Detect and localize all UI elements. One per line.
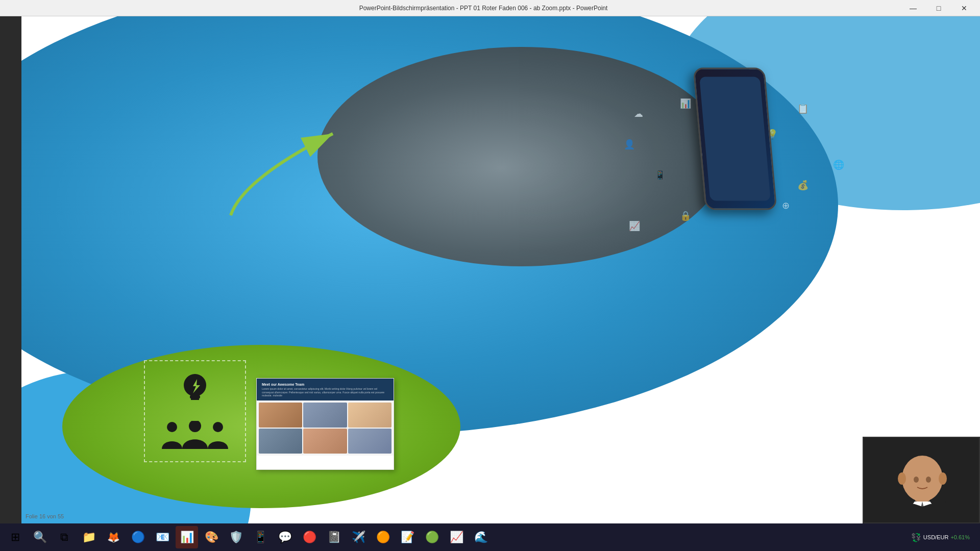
- system-tray: 💱 USD/EUR +0.61%: [905, 523, 976, 551]
- svg-point-6: [213, 422, 223, 432]
- smartphone-screen: [699, 77, 771, 201]
- tech-icon-1: ☁: [634, 108, 643, 119]
- tech-icon-13: 📋: [797, 103, 808, 114]
- tech-icon-4: 👤: [624, 139, 635, 150]
- currency-text: USD/EUR: [923, 534, 949, 540]
- app1-button[interactable]: 🎨: [200, 526, 223, 548]
- start-button[interactable]: ⊞: [4, 526, 27, 548]
- excel-button[interactable]: 📈: [445, 526, 468, 548]
- svg-point-10: [902, 456, 943, 502]
- maximize-button[interactable]: □: [927, 0, 950, 16]
- minimize-button[interactable]: —: [901, 0, 925, 16]
- preview-photo-1: [259, 403, 302, 428]
- plane-button[interactable]: ✈️: [347, 526, 370, 548]
- titlebar-controls[interactable]: — □ ✕: [901, 0, 976, 16]
- slide-canvas: ☁ 📊 🖥 👤 ⚙ 💡 📱 🎯 💰 🔒 📈 🌐 📋 ⊕: [21, 16, 980, 523]
- word-button[interactable]: 📝: [396, 526, 419, 548]
- green-ellipse: Meet our Awesome Team Lorem ipsum dolor …: [62, 345, 460, 508]
- preview-photos-grid: [257, 400, 394, 456]
- close-button[interactable]: ✕: [952, 0, 976, 16]
- tech-icon-12: 🌐: [833, 159, 844, 170]
- outlook-button[interactable]: 📧: [151, 526, 174, 548]
- app3-button[interactable]: 📱: [249, 526, 272, 548]
- preview-card-title: Meet our Awesome Team: [262, 383, 388, 386]
- currency-indicator: 💱 USD/EUR +0.61%: [911, 533, 970, 542]
- slide-preview-card[interactable]: Meet our Awesome Team Lorem ipsum dolor …: [256, 378, 394, 470]
- svg-rect-3: [191, 398, 199, 400]
- svg-point-5: [189, 421, 201, 432]
- svg-point-11: [914, 477, 919, 483]
- left-panel: [0, 0, 21, 551]
- preview-photo-6: [348, 429, 391, 454]
- tech-icon-9: 💰: [797, 180, 808, 191]
- webcam-person: [864, 438, 979, 522]
- currency-change: +0.61%: [950, 534, 970, 540]
- smartphone: [699, 67, 791, 231]
- team-icon-box: [144, 360, 246, 462]
- preview-photo-5: [303, 429, 347, 454]
- chrome-button[interactable]: 🔵: [127, 526, 149, 548]
- slide-number: Folie 16 von 55: [26, 513, 64, 519]
- svg-point-13: [898, 472, 906, 485]
- taskview-button[interactable]: ⧉: [53, 526, 76, 548]
- browser2-button[interactable]: 🌊: [470, 526, 492, 548]
- gray-ellipse-tech: ☁ 📊 🖥 👤 ⚙ 💡 📱 🎯 💰 🔒 📈 🌐 📋 ⊕: [317, 47, 726, 266]
- taskbar: ⊞ 🔍 ⧉ 📁 🦊 🔵 📧 📊 🎨 🛡️ 📱 💬 🔴 📓 ✈️ 🟠 📝 🟢 📈 …: [0, 523, 980, 551]
- svg-point-12: [926, 477, 931, 483]
- preview-photo-2: [303, 403, 347, 428]
- explorer-button[interactable]: 📁: [78, 526, 100, 548]
- green-arrow: [190, 93, 369, 246]
- powerpoint-taskbar-button[interactable]: 📊: [176, 526, 198, 548]
- currency-icon: 💱: [911, 533, 921, 542]
- tech-icon-2: 📊: [680, 98, 691, 109]
- webcam-overlay: [863, 437, 980, 523]
- slide-area: ☁ 📊 🖥 👤 ⚙ 💡 📱 🎯 💰 🔒 📈 🌐 📋 ⊕: [21, 16, 980, 523]
- preview-header: Meet our Awesome Team Lorem ipsum dolor …: [257, 379, 394, 400]
- smartphone-body: [693, 68, 777, 210]
- orange-app-button[interactable]: 🟠: [372, 526, 394, 548]
- titlebar-title: PowerPoint-Bildschirmpräsentation - PPT …: [65, 5, 901, 12]
- preview-photo-4: [259, 429, 302, 454]
- preview-photo-3: [348, 403, 391, 428]
- team-lightbulb-icon: [175, 371, 215, 418]
- red-app-button[interactable]: 🔴: [298, 526, 321, 548]
- tech-icon-7: 📱: [654, 169, 666, 181]
- green-app-button[interactable]: 🟢: [421, 526, 443, 548]
- preview-card-text: Lorem ipsum dolor sit amet, consectetur …: [262, 387, 388, 397]
- tech-icon-10: 🔒: [680, 210, 691, 221]
- app2-button[interactable]: 🛡️: [225, 526, 247, 548]
- teams-button[interactable]: 💬: [274, 526, 296, 548]
- search-button[interactable]: 🔍: [29, 526, 51, 548]
- titlebar: PowerPoint-Bildschirmpräsentation - PPT …: [0, 0, 980, 16]
- svg-point-14: [939, 472, 947, 485]
- svg-point-4: [167, 422, 177, 432]
- onenote-button[interactable]: 📓: [323, 526, 345, 548]
- firefox-button[interactable]: 🦊: [102, 526, 125, 548]
- tech-icon-11: 📈: [629, 220, 640, 232]
